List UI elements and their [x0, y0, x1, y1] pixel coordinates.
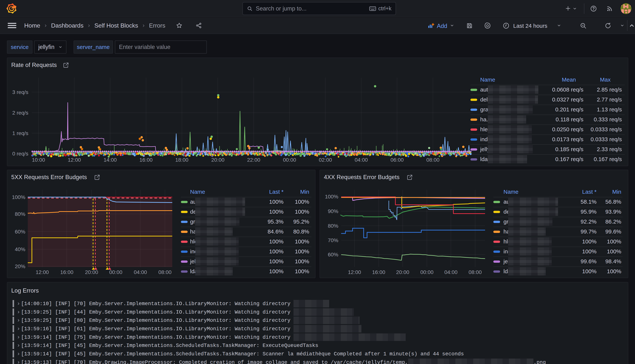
- svg-text:3 req/s: 3 req/s: [12, 89, 28, 95]
- svg-text:16:00: 16:00: [60, 269, 73, 275]
- svg-text:04:00: 04:00: [134, 269, 147, 275]
- svg-text:10:00: 10:00: [32, 157, 45, 163]
- svg-text:0 req/s: 0 req/s: [12, 151, 28, 156]
- svg-text:60%: 60%: [328, 252, 338, 258]
- svg-text:06:00: 06:00: [390, 157, 404, 163]
- svg-text:08:00: 08:00: [468, 269, 482, 275]
- svg-text:20:00: 20:00: [85, 269, 98, 275]
- svg-text:04:00: 04:00: [355, 157, 368, 163]
- svg-text:60%: 60%: [15, 229, 25, 234]
- svg-text:02:00: 02:00: [319, 157, 332, 163]
- svg-text:20%: 20%: [15, 264, 25, 269]
- svg-text:100%: 100%: [12, 194, 25, 200]
- svg-text:00:00: 00:00: [420, 269, 433, 275]
- svg-text:00:00: 00:00: [109, 269, 122, 275]
- svg-text:90%: 90%: [328, 208, 338, 214]
- svg-text:16:00: 16:00: [139, 157, 153, 163]
- svg-text:2 req/s: 2 req/s: [12, 110, 28, 116]
- svg-text:22:00: 22:00: [247, 157, 260, 163]
- svg-text:20:00: 20:00: [396, 269, 409, 275]
- svg-text:1 req/s: 1 req/s: [12, 130, 28, 136]
- svg-text:14:00: 14:00: [104, 157, 117, 163]
- svg-text:08:00: 08:00: [158, 269, 172, 275]
- svg-text:20:00: 20:00: [211, 157, 224, 163]
- svg-text:100%: 100%: [325, 194, 338, 200]
- svg-text:00:00: 00:00: [283, 157, 296, 163]
- svg-text:18:00: 18:00: [175, 157, 188, 163]
- svg-text:70%: 70%: [328, 238, 338, 243]
- svg-text:08:00: 08:00: [426, 157, 439, 163]
- svg-text:16:00: 16:00: [372, 269, 385, 275]
- svg-text:12:00: 12:00: [36, 269, 49, 275]
- svg-text:80%: 80%: [328, 223, 338, 229]
- svg-text:12:00: 12:00: [68, 157, 81, 163]
- svg-text:80%: 80%: [15, 211, 25, 217]
- svg-text:40%: 40%: [15, 246, 25, 252]
- svg-text:04:00: 04:00: [444, 269, 457, 275]
- svg-text:12:00: 12:00: [348, 269, 361, 275]
